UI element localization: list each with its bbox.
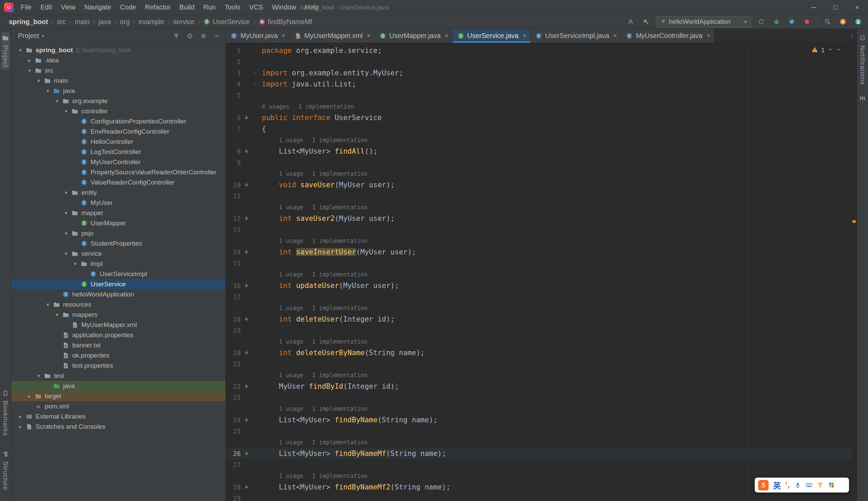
chevron-down-icon[interactable]: ▾ [43,88,52,94]
tree-item-mappers[interactable]: ▾mappers [11,310,226,320]
run-configuration-select[interactable]: helloWorldApplication ▾ [656,16,751,28]
debug-icon[interactable] [771,17,782,27]
tree-item-pom.xml[interactable]: mpom.xml [11,401,226,412]
tool-stripe-notifications[interactable]: Notifications [858,43,867,87]
menu-item-edit[interactable]: Edit [36,0,56,14]
chevron-down-icon[interactable]: ▾ [16,47,25,53]
chevron-right-icon[interactable]: ▸ [25,393,34,399]
chevron-down-icon[interactable]: ▾ [53,98,61,104]
implementation-hint[interactable]: 1 implementation [312,137,368,143]
implemented-marker-icon[interactable] [241,249,252,255]
tree-item-propertysourcevaluereaderohtercontroller[interactable]: CPropertySourceValueReaderOhterControlle… [11,167,226,178]
chevron-right-icon[interactable]: ▸ [25,57,34,63]
chevron-down-icon[interactable]: ▾ [53,312,61,318]
usage-hint[interactable]: 1 usage [279,271,303,278]
tree-item-entity[interactable]: ▾entity [11,188,226,198]
tree-item-external libraries[interactable]: ▸External Libraries [11,412,226,422]
menu-item-build[interactable]: Build [175,0,199,14]
collapse-all-icon[interactable] [171,31,181,41]
tree-item-controller[interactable]: ▾controller [11,106,226,116]
usage-hint[interactable]: 1 usage [279,170,303,177]
breadcrumb-item-java[interactable]: java [99,18,111,26]
breadcrumb-item-service[interactable]: service [173,18,195,26]
breadcrumb-item-findbynamemf[interactable]: mfindByNameMf [259,18,312,26]
ime-mic-icon[interactable] [794,482,801,489]
implementation-hint[interactable]: 1 implementation [299,103,354,110]
implementation-hint[interactable]: 1 implementation [312,305,368,311]
menu-item-vcs[interactable]: VCS [245,0,268,14]
project-view-selector[interactable]: Project ▾ [18,32,44,40]
warning-icon[interactable] [811,46,818,55]
tree-item-pojo[interactable]: ▾pojo [11,228,226,238]
chevron-down-icon[interactable]: ▾ [62,230,70,236]
user-avatar-icon[interactable] [853,17,863,27]
ime-punctuation-icon[interactable]: ’, [785,481,790,489]
implementation-hint[interactable]: 1 implementation [312,170,368,177]
tree-item-java[interactable]: ▾java [11,86,226,96]
implemented-marker-icon[interactable] [241,115,252,121]
ime-mode-toggle[interactable]: 英 [773,479,781,491]
chevron-down-icon[interactable]: ▾ [25,67,34,74]
tree-item-studentproperties[interactable]: CStudentProperties [11,238,226,249]
tab-close-icon[interactable]: × [707,32,710,39]
tree-item-envreaderconfigcontroller[interactable]: CEnvReaderConfigController [11,127,226,137]
usage-hint[interactable]: 1 usage [279,472,303,479]
implemented-marker-icon[interactable] [241,148,252,154]
tree-item-helloworldapplication[interactable]: ChelloWorldApplication [11,289,226,299]
usage-hint[interactable]: 4 usages [262,103,290,110]
implementation-hint[interactable]: 1 implementation [312,271,368,278]
implemented-marker-icon[interactable] [241,484,252,490]
chevron-down-icon[interactable]: ▾ [62,190,70,196]
tree-item-hellocontroller[interactable]: CHelloController [11,137,226,147]
tree-item-test[interactable]: ▾test [11,371,226,381]
usage-hint[interactable]: 1 usage [279,439,303,446]
editor-tab-userservice.java[interactable]: IUserService.java× [453,29,531,43]
tree-item-myuser[interactable]: CMyUser [11,198,226,208]
breadcrumb-item-spring_boot[interactable]: spring_boot [9,18,48,26]
editor-tab-myusercontroller.java[interactable]: CMyUserController.java× [621,29,714,43]
editor-tab-userserviceimpl.java[interactable]: CUserServiceImpl.java× [531,29,621,43]
tree-item-userservice[interactable]: IUserService [11,279,226,289]
menu-item-tools[interactable]: Tools [220,0,245,14]
sogou-logo-icon[interactable]: S [758,480,769,490]
chevron-down-icon[interactable]: ▾ [62,108,70,114]
locate-file-icon[interactable] [185,31,195,41]
tree-item-ok.properties[interactable]: ok.properties [11,350,226,361]
tree-item-.idea[interactable]: ▸.idea [11,55,226,65]
ime-grid-icon[interactable] [828,482,835,489]
chevron-right-icon[interactable]: ▸ [16,414,25,419]
tab-options-icon[interactable] [847,31,857,41]
tree-item-java[interactable]: java [11,381,226,391]
tree-item-myusercontroller[interactable]: CMyUserController [11,157,226,167]
tree-item-usermapper[interactable]: IUserMapper [11,218,226,228]
implemented-marker-icon[interactable] [241,283,252,289]
tree-item-valuereaderconfigcontroller[interactable]: CValueReaderConfigController [11,178,226,188]
editor-tab-myusermapper.xml[interactable]: </>MyUserMapper.xml× [290,29,375,43]
usage-hint[interactable]: 1 usage [279,237,303,244]
menu-item-navigate[interactable]: Navigate [80,0,116,14]
implemented-marker-icon[interactable] [241,383,252,390]
tool-stripe-bookmarks[interactable]: Bookmarks [1,388,10,438]
notifications-bell-icon[interactable] [857,33,868,43]
editor-content[interactable]: 1package org.example.service;23import or… [226,43,851,501]
usage-hint[interactable]: 1 usage [279,204,303,211]
menu-item-code[interactable]: Code [116,0,141,14]
menu-item-window[interactable]: Window [268,0,301,14]
tree-item-org.example[interactable]: ▾org.example [11,96,226,106]
tree-item-banner.txt[interactable]: banner.txt [11,340,226,350]
chevron-down-icon[interactable]: ▾ [71,261,80,267]
menu-item-view[interactable]: View [57,0,80,14]
implementation-hint[interactable]: 1 implementation [312,372,368,379]
tree-item-configurationpropertiescontroller[interactable]: CConfigurationPropertiesController [11,116,226,127]
chevron-down-icon[interactable]: ▾ [62,210,70,216]
implementation-hint[interactable]: 1 implementation [312,338,368,345]
editor-tab-myuser.java[interactable]: CMyUser.java× [226,29,290,43]
implemented-marker-icon[interactable] [241,182,252,188]
close-button[interactable]: × [846,0,868,15]
chevron-right-icon[interactable]: ▸ [16,424,25,430]
implemented-marker-icon[interactable] [241,450,252,457]
error-stripe[interactable] [851,43,857,501]
tree-item-spring_boot[interactable]: ▾spring_bootE:\learn\spring_boot [11,45,226,55]
tree-item-service[interactable]: ▾service [11,249,226,259]
rerun-icon[interactable] [756,17,766,27]
